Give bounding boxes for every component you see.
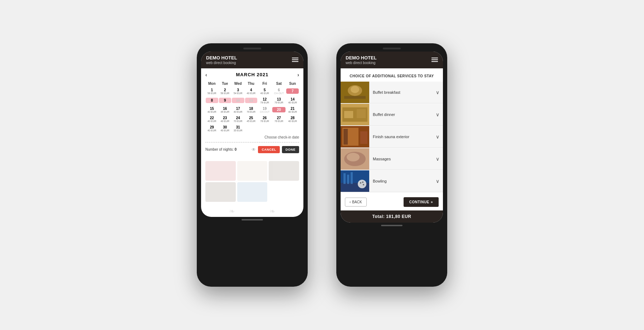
calendar-day-2-3[interactable]: 10 xyxy=(231,96,245,105)
calendar-day-4-7[interactable]: 2840 EUR xyxy=(286,115,299,124)
svg-rect-3 xyxy=(344,96,366,99)
service-label-dinner: Buffet dinner xyxy=(369,112,436,117)
phone-speaker-left xyxy=(243,48,261,49)
calendar-day-3-1[interactable]: 1540 EUR xyxy=(205,105,219,115)
calendar-day-2-6[interactable]: 1379 EUR xyxy=(272,96,286,105)
service-item-dinner[interactable]: Buffet dinner ∨ xyxy=(341,104,443,126)
calendar-day-4-2[interactable]: 2340 EUR xyxy=(219,115,232,124)
calendar-day-3-2[interactable]: 1645 EUR xyxy=(219,105,232,115)
calendar-month: MARCH 2021 xyxy=(236,72,269,77)
chevron-down-icon-dinner: ∨ xyxy=(436,112,443,117)
day-num-18: 18 xyxy=(246,107,257,111)
service-item-breakfast[interactable]: Buffet breakfast ∨ xyxy=(341,82,443,103)
hamburger-line-r2 xyxy=(431,59,438,60)
gallery-img-3 xyxy=(269,161,299,181)
day-price-12: 79 EUR xyxy=(259,101,271,104)
day-price-27: 76 EUR xyxy=(273,120,285,122)
col-fri: Fri xyxy=(258,81,272,87)
app-subtitle-right: web direct booking xyxy=(346,61,377,65)
day-price-16: 45 EUR xyxy=(220,111,231,113)
app-header-right: DEMO HOTEL web direct booking xyxy=(341,52,443,68)
app-title-left: DEMO HOTEL xyxy=(206,55,237,61)
day-num-21: 21 xyxy=(287,107,298,111)
calendar-day-1-3[interactable]: 354 EUR xyxy=(231,87,245,96)
calendar-week-3: 1540 EUR1645 EUR1740 EUR1879 EUR19CH-OUT… xyxy=(205,105,299,115)
svg-point-17 xyxy=(358,180,366,188)
day-num-10: 10 xyxy=(233,98,244,102)
day-num-14: 14 xyxy=(287,97,298,101)
calendar-day-4-6[interactable]: 2776 EUR xyxy=(272,115,286,124)
services-footer: ‹ BACK CONTINUE » xyxy=(341,194,443,210)
svg-rect-11 xyxy=(343,129,348,145)
calendar-day-1-6[interactable]: 6CH-OUT xyxy=(272,87,286,96)
calendar-header-row: Mon Tue Wed Thu Fri Sat Sun xyxy=(205,81,299,87)
svg-rect-22 xyxy=(347,175,349,184)
hamburger-menu-right[interactable] xyxy=(431,58,438,62)
continue-button[interactable]: CONTINUE » xyxy=(404,197,439,207)
calendar-day-4-3[interactable]: 2470 EUR xyxy=(231,115,245,124)
calendar-day-5-3[interactable]: 3135 EUR xyxy=(231,124,245,133)
day-num-27: 27 xyxy=(273,116,285,120)
calendar-day-5-2[interactable]: 3040 EUR xyxy=(219,124,232,133)
day-num-24: 24 xyxy=(233,116,244,120)
continue-arrow-icon: » xyxy=(431,200,433,204)
service-img-bowling xyxy=(341,170,369,192)
prev-month-button[interactable]: ‹ xyxy=(205,72,207,78)
day-num-13: 13 xyxy=(273,97,285,101)
calendar-nav: ‹ MARCH 2021 › xyxy=(205,72,299,78)
svg-rect-21 xyxy=(343,173,346,184)
calendar-day-3-3[interactable]: 1740 EUR xyxy=(231,105,245,115)
calendar-day-2-2[interactable]: 9 xyxy=(219,96,232,105)
gallery-img-2 xyxy=(237,161,268,181)
calendar-day-1-7[interactable]: 7 xyxy=(286,87,299,96)
service-label-massage: Massages xyxy=(369,157,436,161)
service-img-dinner xyxy=(341,104,369,125)
day-num-7: 7 xyxy=(287,89,298,93)
app-subtitle-left: web direct booking xyxy=(206,61,237,65)
service-item-bowling[interactable]: Bowling ∨ xyxy=(341,170,443,192)
day-num-8: 8 xyxy=(206,98,218,102)
day-price-23: 40 EUR xyxy=(220,120,231,122)
col-sat: Sat xyxy=(272,81,286,87)
svg-point-14 xyxy=(347,153,360,161)
calendar-day-3-6[interactable]: 20 xyxy=(272,105,286,115)
done-button[interactable]: DONE xyxy=(282,146,299,153)
calendar-day-5-1[interactable]: 2940 EUR xyxy=(205,124,219,133)
service-item-sauna[interactable]: Finish sauna exterior ∨ xyxy=(341,126,443,148)
calendar-day-4-4[interactable]: 2545 EUR xyxy=(245,115,258,124)
day-price-3: 54 EUR xyxy=(233,92,244,94)
calendar-day-2-5[interactable]: 1279 EUR xyxy=(258,96,272,105)
deco-shape-left: ❧ xyxy=(229,207,235,215)
hamburger-line-r1 xyxy=(431,58,438,58)
calendar-day-2-4[interactable]: 11 xyxy=(245,96,258,105)
service-item-massage[interactable]: Massages ∨ xyxy=(341,148,443,170)
calendar-day-1-4[interactable]: 440 EUR xyxy=(245,87,258,96)
gallery-img-4 xyxy=(205,182,236,202)
phone-left: DEMO HOTEL web direct booking ‹ MARCH 20… xyxy=(197,43,308,287)
back-button[interactable]: ‹ BACK xyxy=(345,198,367,207)
total-bar: Total: 181,80 EUR xyxy=(341,210,443,223)
calendar-day-3-4[interactable]: 1879 EUR xyxy=(245,105,258,115)
calendar-day-2-7[interactable]: 1440 EUR xyxy=(286,96,299,105)
day-num-19: 19 xyxy=(259,107,271,111)
image-grid-below xyxy=(201,159,303,204)
page-wrapper: DEMO HOTEL web direct booking ‹ MARCH 20… xyxy=(0,29,644,301)
hamburger-menu-left[interactable] xyxy=(292,58,298,62)
svg-point-20 xyxy=(363,184,364,185)
calendar-day-4-5[interactable]: 2676 EUR xyxy=(258,115,272,124)
phone-right: DEMO HOTEL web direct booking CHOICE OF … xyxy=(336,43,447,287)
cancel-button[interactable]: CANCEL xyxy=(258,146,280,153)
calendar-day-2-1[interactable]: 8 xyxy=(205,96,219,105)
calendar-day-3-5[interactable]: 19CH-OUT xyxy=(258,105,272,115)
next-month-button[interactable]: › xyxy=(297,72,299,78)
eye-icon[interactable]: 👁 xyxy=(252,147,256,152)
service-img-sauna xyxy=(341,126,369,147)
nights-label: Number of nights: 0 xyxy=(205,147,236,151)
calendar-day-1-2[interactable]: 256 EUR xyxy=(219,87,232,96)
calendar-day-3-7[interactable]: 2140 EUR xyxy=(286,105,299,115)
calendar-day-5-5 xyxy=(258,124,272,133)
calendar-day-1-1[interactable]: 156 EUR xyxy=(205,87,219,96)
app-header-left: DEMO HOTEL web direct booking xyxy=(201,52,303,68)
calendar-day-1-5[interactable]: 540 EUR xyxy=(258,87,272,96)
calendar-day-4-1[interactable]: 2240 EUR xyxy=(205,115,219,124)
